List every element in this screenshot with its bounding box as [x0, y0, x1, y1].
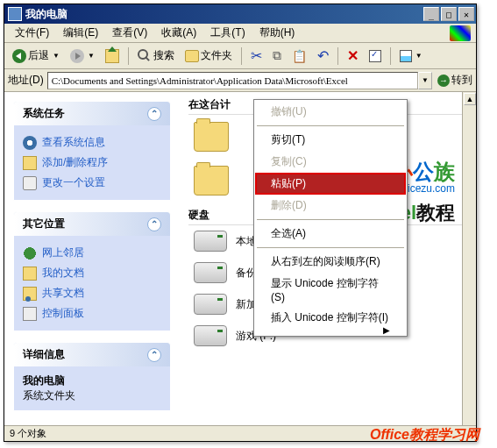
- setting-icon: [23, 176, 37, 190]
- panel-title: 其它位置: [23, 217, 65, 231]
- sidebar-item-setting[interactable]: 更改一个设置: [23, 173, 161, 193]
- system-tasks-header[interactable]: 系统任务 ⌃: [14, 102, 170, 125]
- status-text: 9 个对象: [10, 427, 46, 440]
- cut-button[interactable]: ✂: [246, 46, 266, 67]
- folder-up-icon: [105, 49, 119, 63]
- windows-logo-icon: [450, 25, 471, 41]
- ctx-rtl[interactable]: 从右到左的阅读顺序(R): [255, 251, 406, 273]
- forward-button[interactable]: ▼: [66, 46, 99, 67]
- maximize-button[interactable]: □: [441, 7, 457, 21]
- close-button[interactable]: ✕: [458, 7, 474, 21]
- back-label: 后退: [28, 48, 49, 63]
- undo-icon: ↶: [317, 47, 329, 64]
- window-title: 我的电脑: [25, 7, 423, 22]
- toolbar: 后退 ▼ ▼ 搜索 文件夹 ✂ ⧉ 📋 ↶ ✕ ▼: [4, 43, 476, 69]
- clipboard-icon: 📋: [292, 49, 307, 63]
- copy-icon: ⧉: [273, 48, 281, 63]
- separator: [257, 219, 404, 220]
- separator: [257, 125, 404, 126]
- separator: [337, 47, 338, 65]
- scrollbar[interactable]: ▲: [462, 92, 476, 425]
- delete-icon: ✕: [347, 47, 359, 64]
- search-button[interactable]: 搜索: [133, 46, 179, 67]
- address-bar: 地址(D) C:\Documents and Settings\Administ…: [4, 69, 476, 92]
- views-icon: [400, 50, 412, 62]
- drive-icon: [194, 262, 227, 283]
- go-button[interactable]: → 转到: [437, 73, 472, 88]
- delete-button[interactable]: ✕: [343, 46, 363, 67]
- menu-tools[interactable]: 工具(T): [203, 24, 252, 42]
- properties-button[interactable]: [365, 46, 386, 67]
- menu-help[interactable]: 帮助(H): [252, 24, 302, 42]
- other-places-header[interactable]: 其它位置 ⌃: [14, 212, 170, 236]
- detail-type: 系统文件夹: [23, 388, 161, 403]
- copy-button[interactable]: ⧉: [268, 46, 286, 67]
- system-tasks-panel: 系统任务 ⌃ 查看系统信息 添加/删除程序 更改一个设置: [13, 101, 171, 201]
- drive-icon: [194, 294, 227, 315]
- address-path: C:\Documents and Settings\Administrator\…: [52, 75, 348, 86]
- properties-icon: [369, 50, 381, 62]
- titlebar: 我的电脑 _ □ ✕: [4, 4, 476, 24]
- drive-icon: [194, 325, 227, 346]
- control-panel-icon: [23, 307, 37, 321]
- sidebar-item-shared[interactable]: 共享文档: [23, 283, 161, 303]
- folder-icon: [194, 166, 229, 196]
- folder-icon: [194, 122, 229, 152]
- collapse-icon: ⌃: [147, 217, 161, 231]
- undo-button[interactable]: ↶: [313, 46, 333, 67]
- menu-favorites[interactable]: 收藏(A): [154, 24, 203, 42]
- panel-title: 系统任务: [23, 106, 65, 121]
- sidebar-item-addremove[interactable]: 添加/删除程序: [23, 153, 161, 173]
- detail-name: 我的电脑: [23, 373, 161, 388]
- sidebar: 系统任务 ⌃ 查看系统信息 添加/删除程序 更改一个设置 其它位置 ⌃ 网上邻居…: [4, 92, 180, 425]
- collapse-icon: ⌃: [147, 348, 161, 362]
- sidebar-item-network[interactable]: 网上邻居: [23, 243, 161, 263]
- scroll-up-button[interactable]: ▲: [464, 93, 476, 105]
- explorer-window: 我的电脑 _ □ ✕ 文件(F) 编辑(E) 查看(V) 收藏(A) 工具(T)…: [4, 4, 477, 442]
- details-header[interactable]: 详细信息 ⌃: [14, 343, 170, 366]
- chevron-down-icon: ▼: [88, 52, 95, 60]
- network-icon: [23, 246, 37, 260]
- address-label: 地址(D): [8, 73, 44, 88]
- paste-button[interactable]: 📋: [288, 46, 311, 67]
- views-button[interactable]: ▼: [395, 46, 427, 67]
- ctx-insert-unicode[interactable]: 插入 Unicode 控制字符(I)▶: [255, 307, 406, 329]
- search-label: 搜索: [153, 48, 174, 63]
- computer-icon: [8, 7, 22, 21]
- menu-edit[interactable]: 编辑(E): [56, 24, 105, 42]
- collapse-icon: ⌃: [147, 107, 161, 121]
- ctx-copy: 复制(C): [255, 151, 406, 173]
- documents-icon: [23, 267, 37, 281]
- sidebar-item-mydocs[interactable]: 我的文档: [23, 263, 161, 283]
- chevron-down-icon: ▼: [415, 52, 422, 60]
- ctx-undo: 撤销(U): [255, 101, 406, 123]
- panel-title: 详细信息: [23, 347, 65, 362]
- back-arrow-icon: [12, 49, 26, 63]
- folders-button[interactable]: 文件夹: [181, 46, 237, 67]
- context-menu: 撤销(U) 剪切(T) 复制(C) 粘贴(P) 删除(D) 全选(A) 从右到左…: [253, 99, 408, 337]
- separator: [390, 47, 391, 65]
- go-arrow-icon: →: [437, 75, 450, 87]
- address-input[interactable]: C:\Documents and Settings\Administrator\…: [47, 72, 418, 89]
- details-panel: 详细信息 ⌃ 我的电脑 系统文件夹: [13, 342, 171, 411]
- info-icon: [23, 136, 37, 150]
- scissors-icon: ✂: [251, 47, 262, 64]
- back-button[interactable]: 后退 ▼: [8, 46, 64, 67]
- up-button[interactable]: [101, 46, 124, 67]
- separator: [128, 47, 129, 65]
- ctx-cut[interactable]: 剪切(T): [255, 129, 406, 151]
- separator: [241, 47, 242, 65]
- address-dropdown[interactable]: ▼: [418, 72, 432, 89]
- menu-view[interactable]: 查看(V): [105, 24, 154, 42]
- ctx-selectall[interactable]: 全选(A): [255, 223, 406, 245]
- minimize-button[interactable]: _: [423, 7, 439, 21]
- menu-file[interactable]: 文件(F): [8, 24, 56, 42]
- sidebar-item-control[interactable]: 控制面板: [23, 303, 161, 324]
- other-places-panel: 其它位置 ⌃ 网上邻居 我的文档 共享文档 控制面板: [13, 211, 171, 331]
- go-label: 转到: [451, 73, 472, 88]
- ctx-paste[interactable]: 粘贴(P): [255, 173, 406, 195]
- ctx-show-unicode[interactable]: 显示 Unicode 控制字符(S): [255, 273, 406, 307]
- separator: [257, 247, 404, 248]
- drive-icon: [194, 231, 227, 252]
- sidebar-item-sysinfo[interactable]: 查看系统信息: [23, 132, 161, 153]
